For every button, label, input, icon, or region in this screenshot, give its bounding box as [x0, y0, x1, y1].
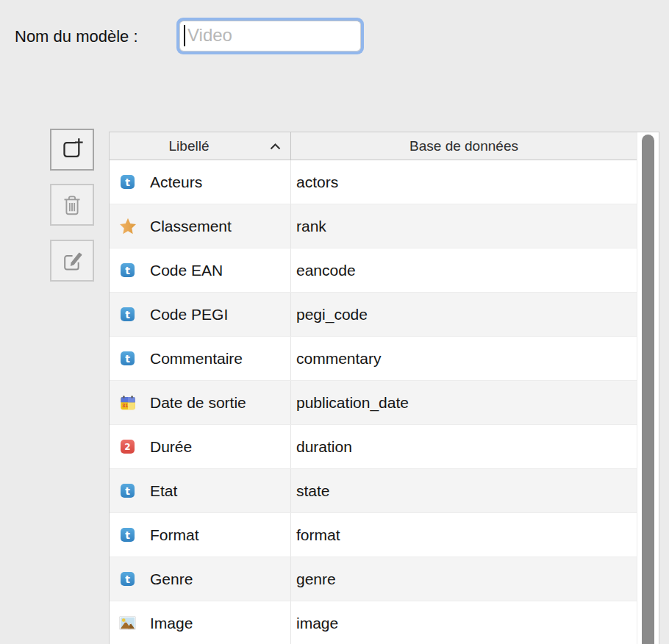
table-row[interactable]: tEtatstate	[110, 469, 637, 513]
db-field-name: state	[296, 482, 330, 500]
edit-square-icon	[61, 250, 83, 272]
label-cell: tCode EAN	[110, 248, 291, 292]
text-type-icon: t	[121, 263, 135, 277]
fields-table: Libellé Base de données tActeursactorsCl…	[109, 132, 659, 644]
field-type-icon-slot: t	[118, 175, 137, 189]
model-editor-window: Nom du modèle :	[0, 0, 669, 644]
db-field-name: actors	[296, 173, 338, 191]
label-cell: tActeurs	[110, 160, 291, 204]
db-field-name: duration	[296, 438, 352, 456]
field-type-icon-slot: t	[118, 528, 137, 542]
label-cell: Classement	[110, 204, 291, 248]
table-header-row: Libellé Base de données	[110, 132, 637, 160]
db-cell: actors	[291, 160, 637, 204]
label-cell: tCommentaire	[110, 337, 291, 380]
label-cell: 31Date de sortie	[110, 381, 291, 424]
field-type-icon-slot: 31	[118, 396, 137, 410]
db-field-name: rank	[296, 218, 326, 235]
label-cell: tCode PEGI	[110, 293, 291, 336]
db-field-name: format	[296, 526, 340, 544]
field-label: Etat	[150, 482, 177, 500]
table-row[interactable]: tCode EANeancode	[110, 248, 637, 293]
model-name-input[interactable]	[179, 21, 361, 51]
field-type-icon-slot: t	[118, 263, 137, 277]
trash-icon	[62, 195, 82, 215]
text-type-icon: t	[121, 572, 135, 586]
db-field-name: commentary	[296, 350, 382, 368]
svg-text:31: 31	[122, 402, 128, 407]
table-row[interactable]: Classementrank	[110, 204, 637, 248]
add-field-button[interactable]	[50, 129, 94, 171]
table-body: tActeursactorsClassementranktCode EANean…	[110, 160, 637, 644]
calendar-icon: 31	[121, 396, 135, 410]
field-type-icon-slot: t	[118, 484, 137, 498]
edit-field-button[interactable]	[50, 240, 94, 282]
field-label: Code EAN	[150, 262, 223, 279]
field-label: Date de sortie	[150, 394, 246, 412]
model-name-label: Nom du modèle :	[15, 27, 138, 46]
text-caret	[184, 25, 185, 46]
table-row[interactable]: tFormatformat	[110, 513, 637, 557]
label-cell: tEtat	[110, 469, 291, 512]
label-cell: 2Durée	[110, 425, 291, 468]
label-cell: Image	[110, 601, 291, 644]
add-template-icon	[60, 138, 85, 161]
star-icon	[119, 218, 137, 235]
field-type-icon-slot: t	[118, 572, 137, 586]
label-cell: tFormat	[110, 513, 291, 557]
text-type-icon: t	[121, 351, 135, 365]
field-label: Format	[150, 526, 199, 544]
number-type-icon: 2	[121, 440, 135, 454]
table-row[interactable]: tActeursactors	[110, 160, 637, 204]
db-cell: eancode	[291, 248, 637, 292]
text-type-icon: t	[121, 307, 135, 321]
field-label: Image	[150, 615, 193, 632]
column-header-libelle[interactable]: Libellé	[110, 132, 291, 160]
field-type-icon-slot: t	[118, 351, 137, 365]
table-row[interactable]: tCommentairecommentary	[110, 337, 637, 381]
delete-field-button[interactable]	[50, 184, 94, 226]
field-label: Classement	[150, 218, 232, 235]
table-row[interactable]: Imageimage	[110, 601, 637, 644]
field-label: Genre	[150, 570, 193, 588]
table-row[interactable]: 2Duréeduration	[110, 425, 637, 469]
field-type-icon-slot	[118, 218, 137, 235]
vertical-scrollbar-thumb[interactable]	[642, 135, 654, 644]
db-field-name: genre	[296, 570, 336, 588]
label-cell: tGenre	[110, 557, 291, 601]
db-cell: image	[291, 601, 637, 644]
field-type-icon-slot	[118, 616, 137, 630]
column-header-label: Libellé	[169, 138, 232, 154]
column-header-base-de-donnees[interactable]: Base de données	[291, 132, 637, 160]
chevron-up-icon	[270, 143, 281, 150]
db-field-name: eancode	[296, 262, 356, 279]
table-row[interactable]: tCode PEGIpegi_code	[110, 293, 637, 337]
db-cell: state	[291, 469, 637, 512]
field-label: Durée	[150, 438, 192, 456]
table-row[interactable]: 31Date de sortiepublication_date	[110, 381, 637, 425]
text-type-icon: t	[121, 175, 135, 189]
column-header-label: Base de données	[409, 138, 518, 154]
db-cell: pegi_code	[291, 293, 637, 336]
text-type-icon: t	[121, 528, 135, 542]
db-cell: rank	[291, 204, 637, 248]
field-label: Code PEGI	[150, 306, 228, 323]
db-cell: duration	[291, 425, 637, 468]
db-field-name: pegi_code	[296, 306, 368, 323]
table-row[interactable]: tGenregenre	[110, 557, 637, 601]
image-icon	[119, 616, 136, 630]
db-field-name: publication_date	[296, 394, 409, 412]
db-cell: commentary	[291, 337, 637, 380]
db-cell: publication_date	[291, 381, 637, 424]
field-label: Commentaire	[150, 350, 243, 368]
field-type-icon-slot: t	[118, 307, 137, 321]
field-type-icon-slot: 2	[118, 440, 137, 454]
vertical-scrollbar-track[interactable]	[637, 132, 659, 644]
db-cell: genre	[291, 557, 637, 601]
text-type-icon: t	[121, 484, 135, 498]
db-field-name: image	[296, 615, 338, 632]
db-cell: format	[291, 513, 637, 557]
model-name-focus-ring	[176, 18, 364, 54]
field-label: Acteurs	[150, 173, 202, 191]
